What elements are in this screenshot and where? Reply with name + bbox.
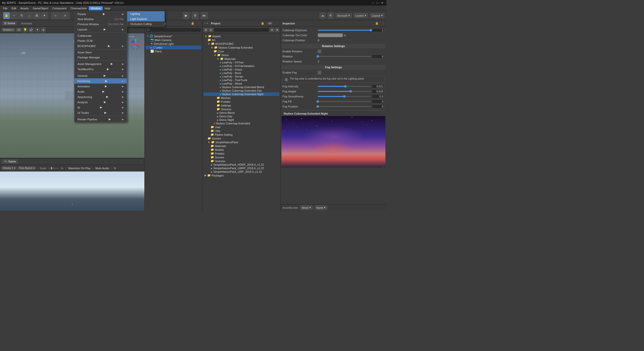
display-dropdown[interactable]: Display 1▾ [2, 166, 17, 170]
proj-demo-night[interactable]: ◈ Demo Night [204, 118, 279, 122]
proj-sn-lwrp[interactable]: ◈ SimpleNaturePack_LWRP_2018.4_v1.22 [204, 166, 279, 170]
hierarchy-search[interactable] [146, 28, 201, 32]
enable-rotation-checkbox[interactable]: ✓ [318, 50, 321, 53]
hier-directional-light[interactable]: ☀ Directional Light [146, 42, 201, 46]
fog-smoothness-input[interactable] [372, 94, 384, 98]
menu-collaborate[interactable]: Collaborate [74, 33, 127, 38]
fog-position-input[interactable] [372, 104, 384, 109]
menu-prev-window[interactable]: Previous Window Ctrl+Shift+Tab [74, 22, 127, 27]
proj-sn-materials[interactable]: 📁 Materials [204, 144, 279, 148]
mute-label[interactable]: Mute Audio [95, 167, 109, 170]
cloud-btn[interactable]: ⚙ [328, 13, 334, 19]
collab-btn[interactable]: ☁ [319, 13, 326, 19]
cubemap-exposure-input[interactable] [372, 28, 384, 32]
menu-file[interactable]: File [1, 6, 10, 10]
proj-sn-prefabs[interactable]: 📁 Prefabs [204, 152, 279, 155]
proj-textures[interactable]: 📁 Textures [204, 107, 279, 111]
play-btn[interactable]: ▶ [183, 12, 190, 19]
fog-fill-input[interactable] [372, 99, 384, 103]
proj-treetruck[interactable]: ● LowPoly - TreeTrunk [204, 78, 279, 82]
scale-slider[interactable] [49, 168, 59, 169]
hier-main-camera[interactable]: 📷 Main Camera [146, 38, 201, 42]
project-filter-btn[interactable]: ⊕ [270, 28, 274, 32]
proj-sn-scenes[interactable]: 📁 Scenes [204, 155, 279, 159]
proj-pipeline[interactable]: 📁 Pipline Setting [204, 133, 279, 136]
submenu-occlusion-culling[interactable]: Occlusion Culling [127, 21, 165, 26]
maximize-label[interactable]: Maximize On Play [68, 167, 91, 170]
proj-sky-blend[interactable]: ● Skybox Cubemap Extended Blend [204, 85, 279, 89]
fog-intensity-slider[interactable] [318, 86, 371, 87]
hier-plane[interactable]: ⬜ Plane [146, 49, 201, 53]
project-menu-btn[interactable]: ⋮ [275, 22, 278, 25]
step-btn[interactable]: ⏭ [201, 12, 208, 19]
proj-packages[interactable]: ▶ 📁 Packages [204, 173, 279, 177]
fog-height-input[interactable] [372, 89, 384, 93]
proj-rock[interactable]: ● LowPoly - Rock [204, 71, 279, 75]
inspector-menu-btn[interactable]: ⋮ [382, 22, 384, 25]
menu-rendering[interactable]: Rendering ▶ [74, 78, 127, 84]
tool-rect[interactable]: ⊞ [33, 12, 40, 19]
asset-bundle-variant-dropdown[interactable]: None ▾ [315, 205, 327, 210]
menu-package-manager[interactable]: Package Manager [74, 55, 127, 60]
fog-intensity-input[interactable] [372, 84, 384, 88]
scene-audio-btn[interactable]: 🔊 [29, 27, 34, 32]
proj-scenes[interactable]: 📁 Scenes [204, 136, 279, 140]
inspector-lock-btn[interactable]: 🔒 [375, 22, 379, 25]
fog-smoothness-slider[interactable] [318, 96, 371, 97]
project-lock-btn[interactable]: 🔒 [261, 22, 264, 25]
fog-position-slider[interactable] [318, 106, 371, 107]
proj-firtree-var[interactable]: ● LowPoly - FirTreeVariation [204, 64, 279, 68]
menu-sequencing[interactable]: Sequencing ▶ [74, 94, 127, 99]
aspect-dropdown[interactable]: Free Aspect▾ [18, 166, 36, 170]
menu-general[interactable]: General ▶ [74, 73, 127, 78]
cubemap-tint-swatch[interactable] [318, 33, 343, 37]
menu-ui-toolkit[interactable]: UI Toolkit ▶ [74, 110, 127, 115]
proj-sn-hdrp[interactable]: ◈ SimpleNaturePack_HDRP_2018.4_v1.22 [204, 163, 279, 166]
proj-art[interactable]: 📁 Art [204, 38, 279, 42]
menu-asset-store[interactable]: Asset Store [74, 50, 127, 55]
project-search[interactable] [214, 28, 269, 32]
project-star-btn[interactable]: ★ [275, 28, 279, 32]
menu-component[interactable]: Component [50, 6, 68, 10]
inspector-resize-handle[interactable]: ⤡ [281, 166, 385, 168]
menu-ai[interactable]: AI ▶ [74, 105, 127, 110]
proj-sky-night[interactable]: ● Skybox Cubemap Extended Night [204, 92, 279, 96]
proj-skybox-special[interactable]: ■ Skybox Cubemap Extended [204, 122, 279, 125]
fog-height-slider[interactable] [318, 91, 371, 92]
hierarchy-menu-btn[interactable]: ⋮ [197, 22, 200, 25]
menu-boxophobic[interactable]: BOXOPHOBIC ▶ [74, 43, 127, 49]
proj-skybox-ext[interactable]: ▼ 📁 Skybox Cubemap Extended [204, 46, 279, 49]
proj-meshes[interactable]: 📁 Meshes [204, 96, 279, 100]
enable-fog-checkbox[interactable]: ✓ [318, 71, 321, 74]
proj-terrain[interactable]: ● LowPoly - Terrain [204, 75, 279, 78]
cubemap-exposure-slider[interactable] [318, 30, 371, 31]
proj-materials[interactable]: ▼ 📁 Materials [204, 57, 279, 61]
menu-plastic[interactable]: Plastic SCM [74, 38, 127, 43]
rotation-slider[interactable] [318, 56, 371, 57]
hierarchy-lock-btn[interactable]: 🔒 [191, 22, 194, 25]
proj-user[interactable]: 📁 User [204, 125, 279, 129]
minimize-btn[interactable]: ─ [371, 1, 375, 4]
tool-scale[interactable]: ↕ [26, 12, 33, 19]
proj-utils[interactable]: 📁 Utils [204, 129, 279, 133]
proj-sn-textures[interactable]: 📁 Textures [204, 159, 279, 163]
maximize-btn[interactable]: □ [376, 1, 379, 4]
tool-move[interactable]: ↔ [11, 12, 18, 19]
menu-audio[interactable]: Audio ▶ [74, 89, 127, 94]
game-view[interactable]: ⬆ [0, 171, 144, 211]
game-menu-btn[interactable]: ⋮ [140, 160, 142, 163]
tab-scene[interactable]: ☰ Scene [2, 21, 17, 25]
layers-dropdown[interactable]: Layers ▾ [354, 13, 368, 18]
proj-demo-day[interactable]: ◈ Demo Day [204, 115, 279, 118]
tab-animator[interactable]: Animator [19, 21, 34, 25]
menu-asset-management[interactable]: Asset Management ▶ [74, 61, 127, 66]
skybox-preview-menu[interactable]: ⋮ [381, 112, 383, 115]
account-dropdown[interactable]: Account ▾ [336, 13, 352, 18]
menu-help[interactable]: Help [103, 6, 112, 10]
proj-demo-blend[interactable]: ◈ Demo Blend [204, 111, 279, 115]
tool-hand[interactable]: ✋ [3, 12, 10, 19]
center-pivot[interactable]: ⊙ [51, 12, 60, 19]
proj-core[interactable]: 📁 Core [204, 49, 279, 53]
proj-demo[interactable]: ▼ 📁 Demo [204, 53, 279, 57]
stats-label[interactable]: S [114, 167, 116, 170]
